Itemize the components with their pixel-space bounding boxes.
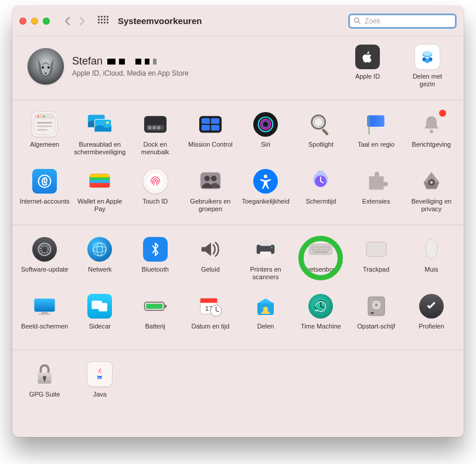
svg-point-49 xyxy=(204,176,210,182)
pref-sharing-label: Delen xyxy=(239,323,292,338)
pref-mouse[interactable]: Muis xyxy=(404,233,459,290)
pref-language-region[interactable]: Taal en regio xyxy=(349,109,404,165)
pref-internet-accounts[interactable]: Internet-accounts xyxy=(17,165,72,222)
pref-language-region-label: Taal en regio xyxy=(350,141,403,156)
pref-general[interactable]: Algemeen xyxy=(17,109,72,165)
pref-users-groups[interactable]: Gebruikers en groepen xyxy=(183,165,238,222)
redacted-surname xyxy=(107,59,157,65)
security-icon xyxy=(419,169,444,194)
pref-displays[interactable]: Beeld-schermen xyxy=(17,290,72,347)
wolf-avatar-icon xyxy=(28,48,64,84)
svg-rect-46 xyxy=(90,183,110,188)
pref-family-sharing[interactable]: Delen met gezin xyxy=(406,45,448,88)
date-time-icon: 17 xyxy=(198,294,223,319)
pref-battery[interactable]: Batterij xyxy=(128,290,183,347)
search-field[interactable] xyxy=(348,13,457,29)
svg-rect-72 xyxy=(315,249,318,251)
svg-point-40 xyxy=(430,130,433,133)
pref-java[interactable]: Java xyxy=(72,358,127,415)
pref-wallet[interactable]: Wallet en Apple Pay xyxy=(72,165,127,222)
pref-trackpad[interactable]: Trackpad xyxy=(349,233,404,290)
pref-family-sharing-label: Delen met gezin xyxy=(406,73,448,88)
pref-desktop-screensaver[interactable]: Bureaublad en schermbeveiliging xyxy=(72,109,127,165)
pref-keyboard[interactable]: Toetsenbord xyxy=(293,233,348,290)
pref-touch-id[interactable]: Touch ID xyxy=(128,165,183,222)
user-avatar[interactable] xyxy=(28,48,64,84)
pref-general-label: Algemeen xyxy=(18,141,71,156)
pref-sound-label: Geluid xyxy=(184,266,237,281)
keyboard-icon xyxy=(308,237,333,262)
svg-point-50 xyxy=(211,176,217,182)
window-title: Systeemvoorkeuren xyxy=(118,16,202,26)
pref-apple-id[interactable]: Apple ID xyxy=(346,45,389,88)
general-icon xyxy=(32,112,57,137)
pref-startup-disk-label: Opstart-schijf xyxy=(350,323,403,338)
back-button[interactable] xyxy=(60,15,73,28)
svg-point-63 xyxy=(271,247,273,249)
forward-button[interactable] xyxy=(76,15,89,28)
pref-security[interactable]: Beveiliging en privacy xyxy=(404,165,459,222)
svg-rect-27 xyxy=(202,118,210,124)
pref-sound[interactable]: Geluid xyxy=(183,233,238,290)
account-text: Stefan Apple ID, iCloud, Media en App St… xyxy=(72,55,189,78)
pref-profiles[interactable]: Profielen xyxy=(404,290,459,347)
pref-gpg-suite[interactable]: GPG Suite xyxy=(17,358,72,415)
pref-mission-control-label: Mission Control xyxy=(184,141,237,156)
family-sharing-icon xyxy=(415,45,440,69)
pref-bluetooth[interactable]: Bluetooth xyxy=(128,233,183,290)
pref-network[interactable]: Netwerk xyxy=(72,233,127,290)
notification-badge-icon xyxy=(439,110,446,117)
svg-rect-86 xyxy=(164,305,166,308)
svg-rect-28 xyxy=(211,118,219,124)
software-update-icon xyxy=(32,237,57,262)
pref-siri[interactable]: Siri xyxy=(238,109,293,165)
pref-screen-time[interactable]: Schermtijd xyxy=(293,165,348,222)
pref-network-label: Netwerk xyxy=(73,266,126,281)
pref-notifications[interactable]: Berichtgeving xyxy=(404,109,459,165)
svg-rect-80 xyxy=(35,299,55,312)
pref-desktop-screensaver-label: Bureaublad en schermbeveiliging xyxy=(73,141,126,156)
pref-sidecar[interactable]: Sidecar xyxy=(72,290,127,347)
svg-rect-99 xyxy=(370,312,374,314)
svg-rect-16 xyxy=(37,126,52,127)
pref-extensions[interactable]: Extensies xyxy=(349,165,404,222)
pref-accessibility-label: Toegankelijkheid xyxy=(239,198,292,213)
pref-extensions-label: Extensies xyxy=(350,198,403,213)
system-preferences-window: Systeemvoorkeuren Ste xyxy=(12,6,464,437)
svg-rect-73 xyxy=(318,249,321,251)
svg-rect-78 xyxy=(366,242,386,256)
pref-wallet-label: Wallet en Apple Pay xyxy=(73,198,126,213)
svg-rect-103 xyxy=(44,378,46,382)
pref-time-machine[interactable]: Time Machine xyxy=(293,290,348,347)
pref-startup-disk[interactable]: Opstart-schijf xyxy=(349,290,404,347)
spotlight-icon xyxy=(308,112,333,137)
svg-rect-61 xyxy=(260,241,271,246)
svg-point-9 xyxy=(425,59,430,63)
svg-point-6 xyxy=(423,51,431,56)
close-window-button[interactable] xyxy=(19,18,26,25)
minimize-window-button[interactable] xyxy=(31,18,38,25)
pref-mission-control[interactable]: Mission Control xyxy=(183,109,238,165)
pref-accessibility[interactable]: Toegankelijkheid xyxy=(238,165,293,222)
svg-point-14 xyxy=(43,116,45,117)
pref-date-time[interactable]: 17 Datum en tijd xyxy=(183,290,238,347)
pref-sharing[interactable]: Delen xyxy=(238,290,293,347)
pref-spotlight[interactable]: Spotlight xyxy=(293,109,348,165)
pref-dock[interactable]: Dock en menubalk xyxy=(128,109,183,165)
pref-printers[interactable]: Printers en scanners xyxy=(238,233,293,290)
pref-screen-time-label: Schermtijd xyxy=(294,198,347,213)
svg-point-4 xyxy=(47,66,50,69)
svg-point-51 xyxy=(264,175,267,178)
pref-software-update[interactable]: Software-update xyxy=(17,233,72,290)
zoom-window-button[interactable] xyxy=(43,18,50,25)
svg-rect-23 xyxy=(148,126,151,130)
search-input[interactable] xyxy=(363,16,451,26)
trackpad-icon xyxy=(364,237,389,262)
pref-security-label: Beveiliging en privacy xyxy=(405,198,458,213)
show-all-button[interactable] xyxy=(98,16,108,26)
account-name: Stefan xyxy=(72,55,103,68)
pref-section-3: GPG Suite Java xyxy=(12,350,464,418)
svg-point-59 xyxy=(93,243,106,256)
bluetooth-icon xyxy=(143,237,168,262)
pref-mouse-label: Muis xyxy=(405,266,458,281)
